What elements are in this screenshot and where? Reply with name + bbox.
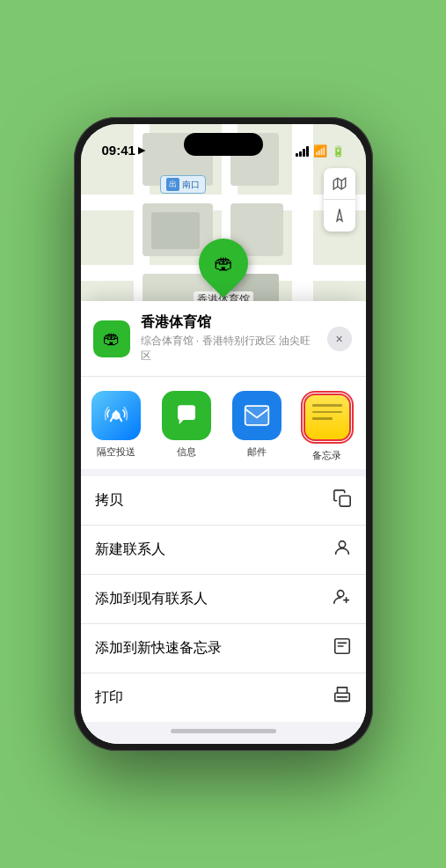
share-airdrop[interactable]: 隔空投送 (81, 391, 151, 459)
share-row: 隔空投送 信息 (81, 377, 366, 476)
svg-rect-1 (245, 406, 268, 425)
bottom-sheet: 🏟 香港体育馆 综合体育馆 · 香港特别行政区 油尖旺区 × (81, 301, 366, 744)
svg-rect-3 (340, 496, 350, 506)
home-indicator (171, 729, 276, 733)
action-copy[interactable]: 拷贝 (81, 476, 366, 526)
wifi-icon: 📶 (313, 144, 327, 158)
location-info: 香港体育馆 综合体育馆 · 香港特别行政区 油尖旺区 (141, 313, 317, 364)
map-controls (324, 168, 355, 232)
location-icon: ▶ (138, 144, 145, 156)
stadium-icon: 🏟 (214, 252, 233, 275)
signal-bars-icon (296, 146, 309, 157)
share-message[interactable]: 信息 (151, 391, 222, 459)
location-description: 综合体育馆 · 香港特别行政区 油尖旺区 (141, 334, 317, 364)
dynamic-island (184, 133, 263, 156)
phone-screen: 09:41 ▶ 📶 🔋 (81, 124, 366, 744)
action-add-contact[interactable]: 添加到现有联系人 (81, 575, 366, 624)
action-quick-note[interactable]: 添加到新快速备忘录 (81, 624, 366, 673)
location-name: 香港体育馆 (141, 313, 317, 332)
print-label: 打印 (95, 688, 123, 707)
note-icon (333, 636, 352, 660)
copy-label: 拷贝 (95, 491, 123, 510)
map-type-button[interactable] (324, 168, 355, 200)
message-label: 信息 (177, 445, 196, 459)
share-more[interactable]: 推 (362, 391, 366, 459)
notes-label: 备忘录 (312, 449, 341, 462)
action-new-contact[interactable]: 新建联系人 (81, 526, 366, 575)
stadium-marker: 🏟 香港体育馆 (194, 239, 253, 308)
person-add-icon (333, 587, 352, 611)
close-button[interactable]: × (327, 327, 352, 351)
phone-frame: 09:41 ▶ 📶 🔋 (74, 117, 373, 751)
person-icon (333, 538, 352, 562)
airdrop-icon (91, 391, 141, 440)
location-button[interactable] (324, 200, 355, 232)
airdrop-label: 隔空投送 (97, 445, 135, 459)
status-time: 09:41 (102, 143, 135, 158)
action-print[interactable]: 打印 (81, 673, 366, 722)
battery-icon: 🔋 (332, 145, 345, 158)
home-indicator-area (81, 722, 366, 744)
new-contact-label: 新建联系人 (95, 541, 165, 559)
copy-icon (333, 489, 352, 512)
notes-icon (303, 394, 351, 441)
message-icon (162, 391, 211, 440)
nankou-label: 出 南口 (160, 175, 206, 194)
quick-note-label: 添加到新快速备忘录 (95, 639, 222, 658)
print-icon (333, 686, 352, 710)
mail-icon (232, 391, 281, 440)
location-header: 🏟 香港体育馆 综合体育馆 · 香港特别行政区 油尖旺区 × (81, 301, 366, 377)
svg-point-5 (337, 591, 343, 597)
svg-point-4 (339, 541, 345, 548)
add-contact-label: 添加到现有联系人 (95, 590, 208, 608)
mail-label: 邮件 (247, 445, 267, 459)
status-icons: 📶 🔋 (296, 144, 345, 158)
marker-pin: 🏟 (188, 228, 258, 298)
share-notes[interactable]: 备忘录 (292, 391, 362, 462)
action-list: 拷贝 新建联系人 (81, 476, 366, 722)
share-mail[interactable]: 邮件 (222, 391, 292, 459)
location-venue-icon: 🏟 (93, 320, 130, 357)
